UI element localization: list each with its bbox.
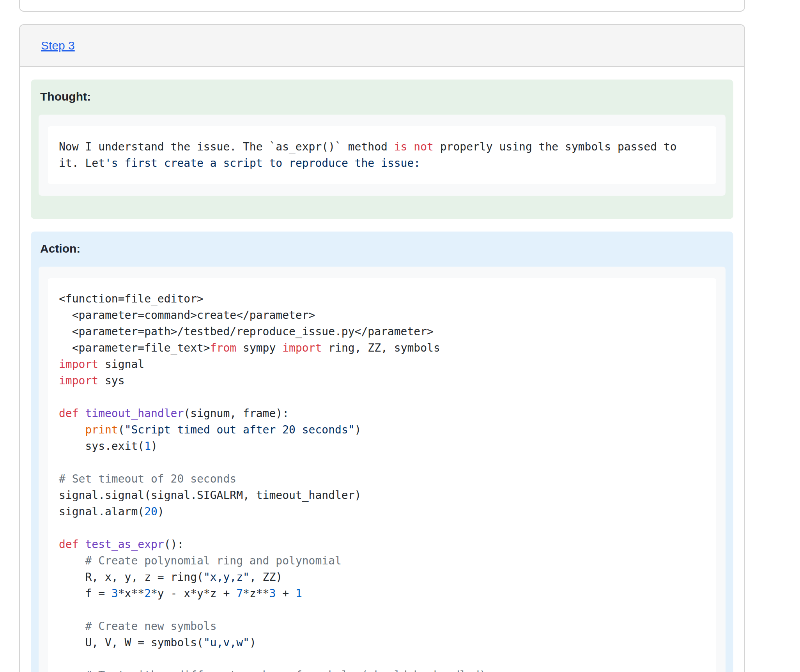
action-panel: Action: <function=file_editor> <paramete… bbox=[31, 232, 733, 672]
code-line: <parameter=path>/testbed/reproduce_issue… bbox=[59, 324, 705, 340]
code-line: signal.signal(signal.SIGALRM, timeout_ha… bbox=[59, 487, 705, 504]
code-line: def test_as_expr(): bbox=[59, 536, 705, 553]
code-line: f = 3*x**2*y - x*y*z + 7*z**3 + 1 bbox=[59, 585, 705, 602]
step-card-body: Thought: Now I understand the issue. The… bbox=[20, 67, 744, 672]
code-line: print("Script timed out after 20 seconds… bbox=[59, 422, 705, 438]
code-line bbox=[59, 520, 705, 536]
code-line bbox=[59, 602, 705, 618]
code-line bbox=[59, 454, 705, 471]
thought-text-block: Now I understand the issue. The `as_expr… bbox=[48, 126, 716, 184]
action-code-block: <function=file_editor> <parameter=comman… bbox=[48, 278, 716, 672]
code-line: # Test with a different number of symbol… bbox=[59, 667, 705, 672]
code-line: signal.alarm(20) bbox=[59, 504, 705, 520]
code-line: <function=file_editor> bbox=[59, 291, 705, 307]
trajectory-page: Step 3 Thought: Now I understand the iss… bbox=[0, 0, 800, 672]
step-link[interactable]: Step 3 bbox=[41, 39, 75, 52]
code-line: U, V, W = symbols("u,v,w") bbox=[59, 635, 705, 651]
previous-step-card-bottom bbox=[19, 0, 745, 12]
code-line: Now I understand the issue. The `as_expr… bbox=[59, 139, 705, 155]
code-line: def timeout_handler(signum, frame): bbox=[59, 405, 705, 422]
code-line: sys.exit(1) bbox=[59, 438, 705, 454]
code-line: R, x, y, z = ring("x,y,z", ZZ) bbox=[59, 569, 705, 585]
step-card: Step 3 Thought: Now I understand the iss… bbox=[19, 24, 745, 672]
action-label: Action: bbox=[40, 242, 726, 256]
thought-inner-box: Now I understand the issue. The `as_expr… bbox=[39, 115, 726, 196]
code-line: import signal bbox=[59, 356, 705, 373]
step-card-header: Step 3 bbox=[20, 25, 744, 67]
thought-panel: Thought: Now I understand the issue. The… bbox=[31, 80, 733, 219]
code-line: # Create polynomial ring and polynomial bbox=[59, 553, 705, 569]
code-line: # Set timeout of 20 seconds bbox=[59, 471, 705, 487]
code-line bbox=[59, 389, 705, 405]
action-inner-box: <function=file_editor> <parameter=comman… bbox=[39, 267, 726, 672]
code-line: it. Let's first create a script to repro… bbox=[59, 155, 705, 172]
thought-label: Thought: bbox=[40, 90, 726, 104]
code-line: import sys bbox=[59, 373, 705, 389]
code-line: # Create new symbols bbox=[59, 618, 705, 635]
code-line: <parameter=command>create</parameter> bbox=[59, 307, 705, 324]
code-line: <parameter=file_text>from sympy import r… bbox=[59, 340, 705, 356]
code-line bbox=[59, 651, 705, 667]
